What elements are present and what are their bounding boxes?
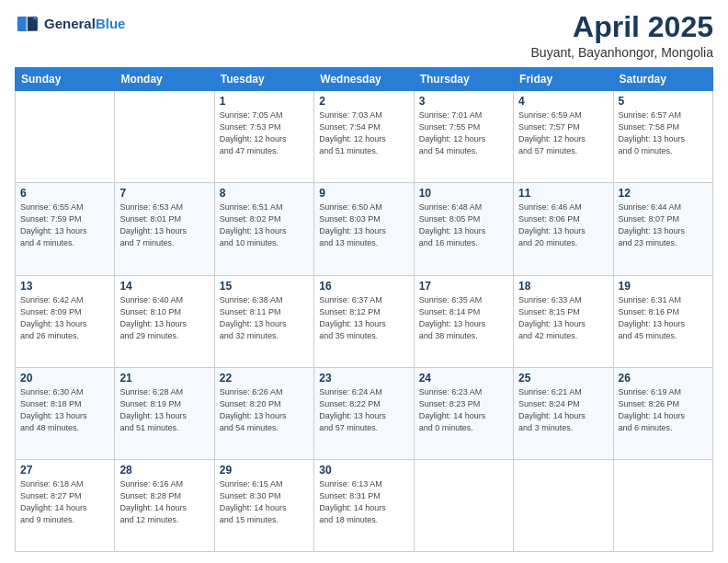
day-info: Sunrise: 6:50 AM Sunset: 8:03 PM Dayligh… [319,201,408,249]
cell-w4-d4: 23Sunrise: 6:24 AM Sunset: 8:22 PM Dayli… [314,367,414,459]
day-info: Sunrise: 6:46 AM Sunset: 8:06 PM Dayligh… [518,201,608,249]
cell-w1-d4: 2Sunrise: 7:03 AM Sunset: 7:54 PM Daylig… [314,91,414,183]
day-info: Sunrise: 6:13 AM Sunset: 8:31 PM Dayligh… [319,478,408,526]
day-number: 5 [619,95,708,108]
cell-w4-d1: 20Sunrise: 6:30 AM Sunset: 8:18 PM Dayli… [16,367,115,459]
day-number: 8 [220,187,309,200]
day-info: Sunrise: 6:51 AM Sunset: 8:02 PM Dayligh… [220,201,309,249]
cell-w5-d5 [414,459,513,551]
day-info: Sunrise: 7:03 AM Sunset: 7:54 PM Dayligh… [319,109,408,157]
day-info: Sunrise: 6:18 AM Sunset: 8:27 PM Dayligh… [20,478,109,526]
cell-w1-d7: 5Sunrise: 6:57 AM Sunset: 7:58 PM Daylig… [613,91,712,183]
day-info: Sunrise: 7:05 AM Sunset: 7:53 PM Dayligh… [220,109,309,157]
day-info: Sunrise: 6:53 AM Sunset: 8:01 PM Dayligh… [119,201,209,249]
day-number: 28 [119,464,209,477]
cell-w2-d5: 10Sunrise: 6:48 AM Sunset: 8:05 PM Dayli… [414,183,513,275]
header-tuesday: Tuesday [214,68,313,91]
day-info: Sunrise: 6:15 AM Sunset: 8:30 PM Dayligh… [220,478,309,526]
day-number: 16 [319,280,408,293]
cell-w5-d1: 27Sunrise: 6:18 AM Sunset: 8:27 PM Dayli… [16,459,115,551]
week-row-3: 13Sunrise: 6:42 AM Sunset: 8:09 PM Dayli… [16,275,713,367]
day-header-row: Sunday Monday Tuesday Wednesday Thursday… [16,68,713,91]
day-info: Sunrise: 6:44 AM Sunset: 8:07 PM Dayligh… [619,201,708,249]
day-info: Sunrise: 6:33 AM Sunset: 8:15 PM Dayligh… [518,294,608,342]
day-number: 13 [20,280,109,293]
header-monday: Monday [115,68,214,91]
day-number: 25 [518,372,608,385]
cell-w4-d5: 24Sunrise: 6:23 AM Sunset: 8:23 PM Dayli… [414,367,513,459]
cell-w5-d4: 30Sunrise: 6:13 AM Sunset: 8:31 PM Dayli… [314,459,414,551]
cell-w4-d7: 26Sunrise: 6:19 AM Sunset: 8:26 PM Dayli… [613,367,712,459]
cell-w5-d3: 29Sunrise: 6:15 AM Sunset: 8:30 PM Dayli… [214,459,313,551]
cell-w1-d2 [115,91,214,183]
day-info: Sunrise: 6:35 AM Sunset: 8:14 PM Dayligh… [419,294,508,342]
header: GeneralBlue April 2025 Buyant, Bayanhong… [15,11,713,60]
cell-w3-d2: 14Sunrise: 6:40 AM Sunset: 8:10 PM Dayli… [115,275,214,367]
week-row-1: 1Sunrise: 7:05 AM Sunset: 7:53 PM Daylig… [16,91,713,183]
day-number: 27 [20,464,109,477]
day-number: 4 [518,95,608,108]
cell-w2-d2: 7Sunrise: 6:53 AM Sunset: 8:01 PM Daylig… [115,183,214,275]
cell-w1-d5: 3Sunrise: 7:01 AM Sunset: 7:55 PM Daylig… [414,91,513,183]
day-number: 12 [619,187,708,200]
day-info: Sunrise: 6:28 AM Sunset: 8:19 PM Dayligh… [119,386,209,434]
day-number: 15 [220,280,309,293]
cell-w2-d4: 9Sunrise: 6:50 AM Sunset: 8:03 PM Daylig… [314,183,414,275]
cell-w2-d3: 8Sunrise: 6:51 AM Sunset: 8:02 PM Daylig… [214,183,313,275]
title-block: April 2025 Buyant, Bayanhongor, Mongolia [531,11,713,60]
day-info: Sunrise: 6:16 AM Sunset: 8:28 PM Dayligh… [119,478,209,526]
day-info: Sunrise: 6:38 AM Sunset: 8:11 PM Dayligh… [220,294,309,342]
month-title: April 2025 [531,11,713,43]
day-number: 30 [319,464,408,477]
cell-w3-d5: 17Sunrise: 6:35 AM Sunset: 8:14 PM Dayli… [414,275,513,367]
day-number: 9 [319,187,408,200]
day-info: Sunrise: 6:42 AM Sunset: 8:09 PM Dayligh… [20,294,109,342]
day-info: Sunrise: 6:31 AM Sunset: 8:16 PM Dayligh… [619,294,708,342]
day-number: 29 [220,464,309,477]
cell-w3-d3: 15Sunrise: 6:38 AM Sunset: 8:11 PM Dayli… [214,275,313,367]
cell-w5-d2: 28Sunrise: 6:16 AM Sunset: 8:28 PM Dayli… [115,459,214,551]
day-info: Sunrise: 6:55 AM Sunset: 7:59 PM Dayligh… [20,201,109,249]
cell-w2-d1: 6Sunrise: 6:55 AM Sunset: 7:59 PM Daylig… [16,183,115,275]
logo: GeneralBlue [15,11,125,37]
day-info: Sunrise: 6:30 AM Sunset: 8:18 PM Dayligh… [20,386,109,434]
cell-w4-d6: 25Sunrise: 6:21 AM Sunset: 8:24 PM Dayli… [514,367,613,459]
day-number: 1 [220,95,309,108]
day-number: 20 [20,372,109,385]
day-number: 14 [119,280,209,293]
day-number: 11 [518,187,608,200]
day-number: 6 [20,187,109,200]
week-row-5: 27Sunrise: 6:18 AM Sunset: 8:27 PM Dayli… [16,459,713,551]
day-info: Sunrise: 6:23 AM Sunset: 8:23 PM Dayligh… [419,386,508,434]
day-number: 17 [419,280,508,293]
cell-w3-d4: 16Sunrise: 6:37 AM Sunset: 8:12 PM Dayli… [314,275,414,367]
cell-w5-d7 [613,459,712,551]
cell-w3-d1: 13Sunrise: 6:42 AM Sunset: 8:09 PM Dayli… [16,275,115,367]
cell-w5-d6 [514,459,613,551]
day-number: 19 [619,280,708,293]
week-row-2: 6Sunrise: 6:55 AM Sunset: 7:59 PM Daylig… [16,183,713,275]
cell-w2-d6: 11Sunrise: 6:46 AM Sunset: 8:06 PM Dayli… [514,183,613,275]
day-number: 26 [619,372,708,385]
header-thursday: Thursday [414,68,513,91]
day-info: Sunrise: 6:37 AM Sunset: 8:12 PM Dayligh… [319,294,408,342]
day-number: 3 [419,95,508,108]
cell-w4-d3: 22Sunrise: 6:26 AM Sunset: 8:20 PM Dayli… [214,367,313,459]
week-row-4: 20Sunrise: 6:30 AM Sunset: 8:18 PM Dayli… [16,367,713,459]
day-info: Sunrise: 6:48 AM Sunset: 8:05 PM Dayligh… [419,201,508,249]
header-friday: Friday [514,68,613,91]
svg-rect-2 [17,17,27,31]
day-info: Sunrise: 6:21 AM Sunset: 8:24 PM Dayligh… [518,386,608,434]
cell-w4-d2: 21Sunrise: 6:28 AM Sunset: 8:19 PM Dayli… [115,367,214,459]
day-number: 24 [419,372,508,385]
calendar-table: Sunday Monday Tuesday Wednesday Thursday… [15,67,713,552]
day-number: 10 [419,187,508,200]
day-info: Sunrise: 7:01 AM Sunset: 7:55 PM Dayligh… [419,109,508,157]
cell-w3-d7: 19Sunrise: 6:31 AM Sunset: 8:16 PM Dayli… [613,275,712,367]
header-sunday: Sunday [16,68,115,91]
day-info: Sunrise: 6:24 AM Sunset: 8:22 PM Dayligh… [319,386,408,434]
cell-w3-d6: 18Sunrise: 6:33 AM Sunset: 8:15 PM Dayli… [514,275,613,367]
day-number: 23 [319,372,408,385]
page: GeneralBlue April 2025 Buyant, Bayanhong… [0,0,728,563]
day-number: 2 [319,95,408,108]
